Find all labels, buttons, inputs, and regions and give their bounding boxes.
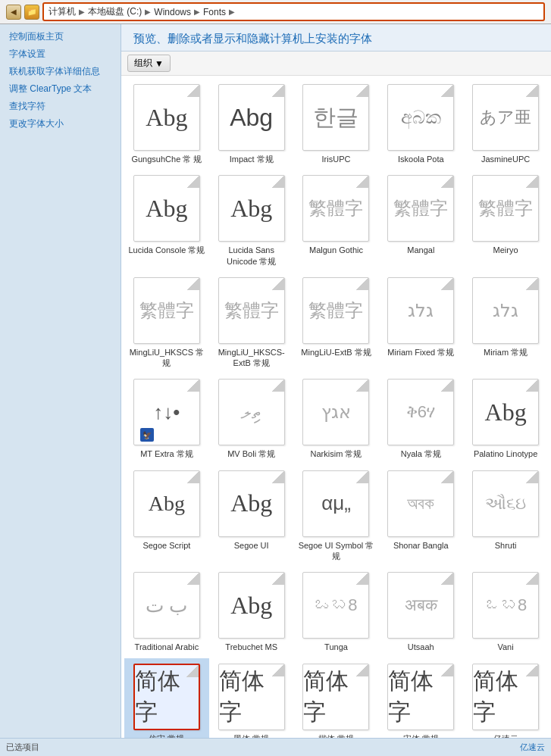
font-preview-icon: ↑↓• 🦅 xyxy=(133,379,200,445)
font-label: Narkisim 常规 xyxy=(311,448,362,459)
font-preview-icon: אגץ xyxy=(302,379,369,445)
font-label: MingLiU_HKSCS-ExtB 常规 xyxy=(213,347,290,369)
font-preview-icon: অবক xyxy=(387,470,454,537)
font-item-mingliu-hkscs[interactable]: 繁體字 MingLiU_HKSCS 常规 xyxy=(124,272,209,374)
font-label: Segoe Script xyxy=(142,540,190,551)
font-item-traditional-arabic[interactable]: ب ت Traditional Arabic xyxy=(124,567,209,658)
font-label: Traditional Arabic xyxy=(135,642,199,652)
font-label: Palatino Linotype xyxy=(474,448,537,459)
font-preview-icon: 简体字 xyxy=(472,664,539,730)
font-item-lucida-sans[interactable]: Abg Lucida Sans Unicode 常规 xyxy=(209,170,294,272)
page-title: 预览、删除或者显示和隐藏计算机上安装的字体 xyxy=(133,32,539,46)
sidebar-item-find-char[interactable]: 查找字符 xyxy=(9,100,111,113)
sidebar-item-control-panel-home[interactable]: 控制面板主页 xyxy=(9,30,111,43)
font-preview-icon: 繁體字 xyxy=(133,277,200,344)
font-item-mv-boli[interactable]: ތިލ MV Boli 常规 xyxy=(209,373,294,464)
sidebar-item-adjust-cleartype[interactable]: 调整 ClearType 文本 xyxy=(9,83,111,95)
font-preview-icon: 简体字 xyxy=(302,664,369,730)
back-button[interactable]: ◀ xyxy=(6,5,21,20)
font-item-miriam-fixed[interactable]: גלג Miriam Fixed 常规 xyxy=(378,272,463,374)
font-item-meiryo[interactable]: 繁體字 Meiryo xyxy=(463,170,548,272)
font-item-tunga[interactable]: ಒಬ8 Tunga xyxy=(294,567,379,658)
font-label: Segoe UI xyxy=(234,540,269,551)
font-label: Utsaah xyxy=(408,642,434,652)
font-preview-icon: ب ت xyxy=(133,572,200,639)
breadcrumb-windows[interactable]: Windows xyxy=(154,7,191,17)
font-item-iskoola-pota[interactable]: අබක Iskoola Pota xyxy=(378,79,463,170)
font-preview-icon: 한글 xyxy=(302,84,369,151)
font-item-mangal[interactable]: 繁體字 Mangal xyxy=(378,170,463,272)
font-item-shruti[interactable]: ઔ૬ઇ Shruti xyxy=(463,465,548,567)
font-label: Vani xyxy=(497,642,513,652)
breadcrumb-drive[interactable]: 本地磁盘 (C:) xyxy=(88,5,142,18)
main-layout: 控制面板主页 字体设置 联机获取字体详细信息 调整 ClearType 文本 查… xyxy=(0,24,551,738)
font-preview-icon: 简体字 xyxy=(133,664,200,730)
organize-button[interactable]: 组织 ▼ xyxy=(127,55,171,72)
font-item-malgun-gothic[interactable]: 繁體字 Malgun Gothic xyxy=(294,170,379,272)
font-label: Miriam Fixed 常规 xyxy=(387,347,454,358)
font-label: GungsuhChe 常 规 xyxy=(131,154,202,164)
font-item-lucida-console[interactable]: Abg Lucida Console 常规 xyxy=(124,170,209,272)
font-label: Meiryo xyxy=(493,245,518,255)
dropdown-icon: ▼ xyxy=(155,58,164,69)
font-item-vani[interactable]: ఒబ8 Vani xyxy=(463,567,548,658)
font-label: IrisUPC xyxy=(322,154,351,164)
font-item-heiti[interactable]: 简体字 黑体 常规 xyxy=(209,658,294,738)
font-preview-icon: αμ„ xyxy=(302,470,369,537)
font-item-segoe-ui[interactable]: Abg Segoe UI xyxy=(209,465,294,567)
sidebar-item-font-settings[interactable]: 字体设置 xyxy=(9,48,111,61)
font-label: Iskoola Pota xyxy=(398,154,444,164)
font-item-segoe-script[interactable]: Abg Segoe Script xyxy=(124,465,209,567)
font-item-mt-extra[interactable]: ↑↓• 🦅 MT Extra 常规 xyxy=(124,373,209,464)
font-item-impact[interactable]: Abg Impact 常规 xyxy=(209,79,294,170)
bottom-bar: 已选项目 亿速云 xyxy=(0,738,551,756)
font-label: Impact 常规 xyxy=(230,154,274,164)
font-preview-icon: Abg xyxy=(218,470,285,537)
font-label: Tunga xyxy=(324,642,348,652)
font-item-jasmineupc[interactable]: あア亜 JasmineUPC xyxy=(463,79,548,170)
font-preview-icon: גלג xyxy=(387,277,454,344)
font-preview-icon: 繁體字 xyxy=(472,175,539,242)
font-label: Mangal xyxy=(407,245,434,255)
font-label: MingLiU_HKSCS 常规 xyxy=(128,347,205,369)
font-preview-icon: Abg xyxy=(218,84,285,151)
font-preview-icon: ቅ6ሃ xyxy=(387,379,454,445)
content-area: 预览、删除或者显示和隐藏计算机上安装的字体 组织 ▼ Abg GungsuhCh… xyxy=(121,24,551,738)
font-grid: Abg GungsuhChe 常 规 Abg Impact 常规 한글 Iris… xyxy=(121,76,551,738)
font-preview-icon: ఒబ8 xyxy=(472,572,539,639)
font-preview-icon: Abg xyxy=(218,572,285,639)
font-item-segoe-ui-symbol[interactable]: αμ„ Segoe UI Symbol 常规 xyxy=(294,465,379,567)
sidebar-item-change-size[interactable]: 更改字体大小 xyxy=(9,117,111,130)
watermark-text: 亿速云 xyxy=(520,742,545,753)
font-label: Segoe UI Symbol 常规 xyxy=(298,540,375,562)
breadcrumb-computer[interactable]: 计算机 xyxy=(49,5,76,18)
font-label: MV Boli 常规 xyxy=(227,448,275,459)
font-item-miriam[interactable]: גלג Miriam 常规 xyxy=(463,272,548,374)
font-preview-icon: Abg xyxy=(133,84,200,151)
breadcrumb[interactable]: 计算机 ▶ 本地磁盘 (C:) ▶ Windows ▶ Fonts ▶ xyxy=(42,2,545,21)
cleartype-badge: 🦅 xyxy=(140,428,154,442)
font-item-more[interactable]: 简体字 亿速云 xyxy=(463,658,548,738)
font-preview-icon: 简体字 xyxy=(218,664,285,730)
breadcrumb-fonts[interactable]: Fonts xyxy=(203,7,226,17)
font-item-kaiti[interactable]: 简体字 楷体 常规 xyxy=(294,658,379,738)
font-label: Trebuchet MS xyxy=(225,642,277,652)
font-item-irisupc[interactable]: 한글 IrisUPC xyxy=(294,79,379,170)
font-item-utsaah[interactable]: अबक Utsaah xyxy=(378,567,463,658)
font-item-trebuchet-ms[interactable]: Abg Trebuchet MS xyxy=(209,567,294,658)
font-item-nyala[interactable]: ቅ6ሃ Nyala 常规 xyxy=(378,373,463,464)
font-item-palatino[interactable]: Abg Palatino Linotype xyxy=(463,373,548,464)
folder-icon: 📁 xyxy=(24,5,39,20)
font-item-mingliu-extb[interactable]: 繁體字 MingLiU-ExtB 常规 xyxy=(294,272,379,374)
font-preview-icon: अबक xyxy=(387,572,454,639)
font-preview-icon: ઔ૬ઇ xyxy=(472,470,539,537)
address-bar: ◀ 📁 计算机 ▶ 本地磁盘 (C:) ▶ Windows ▶ Fonts ▶ xyxy=(0,0,551,24)
font-item-shonar-bangla[interactable]: অবক Shonar Bangla xyxy=(378,465,463,567)
font-preview-icon: 繁體字 xyxy=(302,277,369,344)
font-item-fangsong[interactable]: 简体字 仿宋 常规 xyxy=(124,658,209,738)
font-item-narkisim[interactable]: אגץ Narkisim 常规 xyxy=(294,373,379,464)
font-item-songti[interactable]: 简体字 宋体 常规 xyxy=(378,658,463,738)
font-item-mingliu-hkscs-extb[interactable]: 繁體字 MingLiU_HKSCS-ExtB 常规 xyxy=(209,272,294,374)
sidebar-item-get-font-info[interactable]: 联机获取字体详细信息 xyxy=(9,65,111,78)
font-item-gungsuhche[interactable]: Abg GungsuhChe 常 规 xyxy=(124,79,209,170)
